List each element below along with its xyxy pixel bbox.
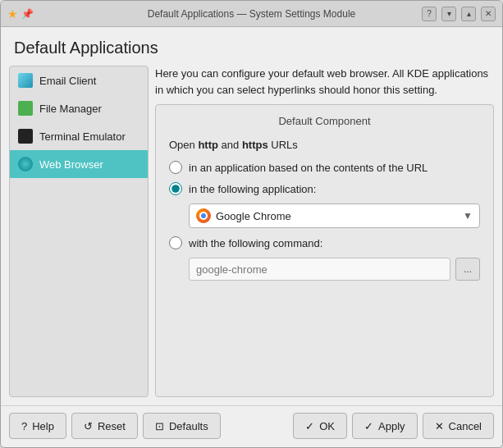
defaults-icon: ⊡ <box>155 420 164 432</box>
right-panel: Here you can configure your default web … <box>155 66 494 397</box>
close-btn[interactable]: ✕ <box>481 7 496 21</box>
app-dropdown-row: Google Chrome ▼ <box>189 203 480 228</box>
command-row: ... <box>189 258 480 281</box>
reset-label: Reset <box>98 420 126 432</box>
defaults-label: Defaults <box>169 420 208 432</box>
ok-icon: ✓ <box>305 420 314 432</box>
sidebar-item-email-label: Email Client <box>39 75 96 87</box>
page-title: Default Applications <box>1 27 502 66</box>
radio-following-app[interactable] <box>169 182 182 195</box>
radio-app-based-label: in an application based on the contents … <box>189 162 428 174</box>
sidebar-item-web-browser[interactable]: Web Browser <box>10 150 148 178</box>
browser-icon <box>18 157 33 171</box>
urls-suffix: URLs <box>268 139 298 151</box>
email-icon <box>18 73 33 88</box>
app-dropdown-label: Google Chrome <box>216 210 463 222</box>
radio-app-based[interactable] <box>169 161 182 174</box>
defaults-button[interactable]: ⊡ Defaults <box>143 413 221 439</box>
component-title: Default Component <box>169 115 480 127</box>
titlebar-left: ★ 📌 <box>7 7 34 21</box>
help-label: Help <box>32 420 54 432</box>
chrome-inner-circle <box>199 212 208 220</box>
default-component-box: Default Component Open http and https UR… <box>155 104 494 397</box>
radio-command[interactable] <box>169 236 182 249</box>
description-text: Here you can configure your default web … <box>155 66 494 98</box>
cancel-button[interactable]: ✕ Cancel <box>423 413 494 439</box>
cancel-icon: ✕ <box>435 420 444 432</box>
https-label: https <box>242 139 268 151</box>
browse-button[interactable]: ... <box>455 258 480 281</box>
sidebar-item-email-client[interactable]: Email Client <box>10 66 148 94</box>
radio-row-command: with the following command: <box>169 236 480 249</box>
open-urls-line: Open http and https URLs <box>169 139 480 151</box>
titlebar: ★ 📌 Default Applications — System Settin… <box>1 1 502 27</box>
sidebar-item-file-manager[interactable]: File Manager <box>10 94 148 122</box>
chrome-icon <box>196 208 211 223</box>
radio-row-app-based: in an application based on the contents … <box>169 161 480 174</box>
help-button[interactable]: ? Help <box>9 413 66 439</box>
ok-label: OK <box>319 420 335 432</box>
titlebar-controls: ? ▾ ▴ ✕ <box>422 7 496 21</box>
http-label: http <box>198 139 218 151</box>
main-layout: Email Client File Manager Terminal Emula… <box>1 66 502 405</box>
footer: ? Help ↺ Reset ⊡ Defaults ✓ OK ✓ Apply ✕… <box>1 405 502 447</box>
ok-button[interactable]: ✓ OK <box>293 413 347 439</box>
open-prefix: Open <box>169 139 198 151</box>
command-input[interactable] <box>189 258 450 281</box>
pin-icon[interactable]: 📌 <box>21 8 34 20</box>
sidebar-item-browser-label: Web Browser <box>39 158 103 171</box>
window-title: Default Applications — System Settings M… <box>148 8 355 20</box>
main-window: ★ 📌 Default Applications — System Settin… <box>0 0 503 448</box>
help-title-btn[interactable]: ? <box>422 7 437 21</box>
terminal-icon <box>18 129 33 144</box>
and-label: and <box>218 139 242 151</box>
radio-following-app-label: in the following application: <box>189 183 316 195</box>
sidebar: Email Client File Manager Terminal Emula… <box>9 66 149 397</box>
app-dropdown[interactable]: Google Chrome ▼ <box>189 203 480 228</box>
maximize-btn[interactable]: ▴ <box>461 7 476 21</box>
minimize-btn[interactable]: ▾ <box>441 7 456 21</box>
radio-row-following-app: in the following application: <box>169 182 480 195</box>
content-area: Default Applications Email Client File M… <box>1 27 502 405</box>
file-icon <box>18 101 33 116</box>
reset-icon: ↺ <box>84 420 93 432</box>
apply-icon: ✓ <box>364 420 373 432</box>
apply-button[interactable]: ✓ Apply <box>352 413 418 439</box>
chevron-down-icon: ▼ <box>463 210 473 222</box>
reset-button[interactable]: ↺ Reset <box>71 413 138 439</box>
radio-command-label: with the following command: <box>189 237 322 249</box>
help-icon: ? <box>21 420 27 432</box>
star-icon[interactable]: ★ <box>7 7 18 21</box>
sidebar-item-terminal-label: Terminal Emulator <box>39 130 126 143</box>
sidebar-item-terminal-emulator[interactable]: Terminal Emulator <box>10 122 148 150</box>
cancel-label: Cancel <box>449 420 482 432</box>
sidebar-item-file-label: File Manager <box>39 103 102 115</box>
apply-label: Apply <box>378 420 405 432</box>
